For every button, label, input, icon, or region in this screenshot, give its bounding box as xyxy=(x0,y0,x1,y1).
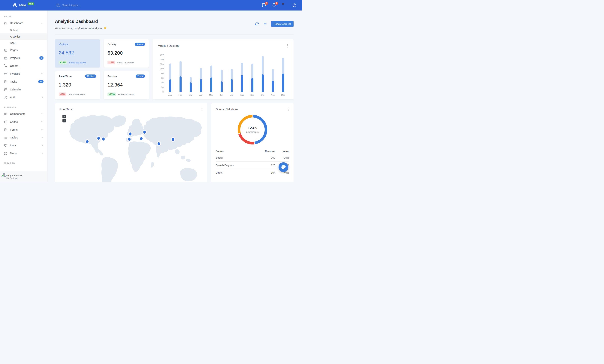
sidebar-item-pages[interactable]: Pages xyxy=(0,46,47,54)
stat-title: Visitors xyxy=(59,43,68,46)
stat-value: 24.532 xyxy=(59,50,96,56)
donut-center-label: new visitors xyxy=(246,131,258,133)
source-cell: Direct xyxy=(216,169,254,176)
bar-sep xyxy=(251,63,253,92)
bar-oct xyxy=(262,56,264,92)
map-marker-1[interactable] xyxy=(86,140,88,143)
cart-icon xyxy=(4,64,7,68)
sidebar-section-mira-pro: MIRA PRO xyxy=(0,157,47,166)
sidebar-section-elements: ELEMENTS xyxy=(0,101,47,110)
bar-feb xyxy=(179,61,182,92)
stat-card-real-time: Real-TimeMonthly1.320-18%Since last week xyxy=(55,71,100,100)
y-axis-tick: 120 xyxy=(158,63,164,65)
stat-card-visitors: Visitors24.532+14%Since last week xyxy=(55,39,100,68)
palette-icon xyxy=(281,165,286,170)
sidebar-badge: 17 xyxy=(38,80,44,83)
sidebar-item-charts[interactable]: Charts xyxy=(0,118,47,126)
source-cell: Search Engines xyxy=(216,162,254,169)
bar-aug xyxy=(241,63,243,92)
map-marker-8[interactable] xyxy=(158,142,160,145)
stat-delta-badge: -18% xyxy=(59,92,66,96)
stat-card-activity: ActivityAnnual63.200-12%Since last week xyxy=(104,39,149,68)
donut-center-value: +23% xyxy=(248,126,257,130)
stat-period-badge: Monthly xyxy=(85,75,96,78)
source-table: SourceRevenueValue Social260+35%Search E… xyxy=(216,148,289,176)
map-marker-4[interactable] xyxy=(129,132,131,136)
page-title: Analytics Dashboard xyxy=(55,19,107,24)
search-input[interactable] xyxy=(62,4,107,7)
user-name: Lucy Lavender xyxy=(6,174,23,177)
stat-title: Bounce xyxy=(107,75,117,78)
chevron-down-icon xyxy=(41,152,44,155)
y-axis-tick: 80 xyxy=(158,72,164,75)
realtime-map-title: Real-Time xyxy=(60,108,73,111)
theme-settings-fab[interactable] xyxy=(278,162,288,172)
map-marker-2[interactable] xyxy=(97,137,100,140)
source-table-row-direct: Direct164+46% xyxy=(216,169,289,176)
sidebar-subitem-saas[interactable]: SaaS xyxy=(0,40,47,46)
header-divider xyxy=(55,35,294,35)
map-zoom-out-button[interactable]: − xyxy=(63,119,66,122)
brand[interactable]: Mira PRO xyxy=(13,3,34,8)
y-axis-tick: 160 xyxy=(158,54,164,56)
logout-button[interactable] xyxy=(292,3,297,8)
realtime-map-menu-button[interactable] xyxy=(201,107,203,112)
list-icon xyxy=(4,136,7,139)
navbar-search xyxy=(56,4,107,7)
map-marker-5[interactable] xyxy=(128,138,131,141)
map-marker-9[interactable] xyxy=(172,138,174,141)
filter-button[interactable] xyxy=(263,22,267,26)
refresh-button[interactable] xyxy=(255,22,259,26)
sidebar-section-pages: PAGES xyxy=(0,11,47,19)
date-range-button[interactable]: Today: April 29 xyxy=(271,21,294,27)
bar-apr xyxy=(200,68,202,92)
map-zoom-in-button[interactable]: + xyxy=(63,115,66,118)
map-marker-3[interactable] xyxy=(102,138,105,140)
sidebar-item-auth[interactable]: Auth xyxy=(0,93,47,101)
navbar-actions: 3 7 xyxy=(262,3,302,8)
sidebar-item-orders[interactable]: Orders xyxy=(0,62,47,70)
y-axis-tick: 0 xyxy=(158,91,164,93)
stat-delta-badge: -12% xyxy=(107,61,115,64)
chevron-down-icon xyxy=(41,120,44,123)
heart-icon xyxy=(4,144,7,147)
pie-chart-icon xyxy=(4,120,7,124)
map-marker-6[interactable] xyxy=(143,131,146,134)
chevron-down-icon xyxy=(41,96,44,99)
sidebar-item-invoices[interactable]: Invoices xyxy=(0,70,47,78)
stat-card-bounce: BounceYearly12.364+27%Since last week xyxy=(104,71,149,100)
stat-title: Real-Time xyxy=(59,75,72,78)
sidebar-user-footer[interactable]: Lucy Lavender UX Designer xyxy=(0,171,47,182)
sidebar-item-calendar[interactable]: Calendar xyxy=(0,86,47,93)
grid-icon xyxy=(4,113,7,116)
chevron-down-icon xyxy=(41,136,44,139)
sidebar-item-maps[interactable]: Maps xyxy=(0,149,47,157)
sidebar-item-components[interactable]: Components xyxy=(0,110,47,118)
sidebar-item-forms[interactable]: Forms xyxy=(0,126,47,134)
sidebar-item-dashboard[interactable]: Dashboard xyxy=(0,19,47,27)
y-axis-tick: 60 xyxy=(158,77,164,79)
chevron-down-icon xyxy=(41,144,44,147)
sidebar-subitem-default[interactable]: Default xyxy=(0,27,47,33)
bar-chart-x-labels: JanFebMarAprMayJunJulAugSepOctNovDec xyxy=(165,94,288,96)
sidebar-badge: 8 xyxy=(39,56,44,60)
sidebar-subitem-analytics[interactable]: Analytics xyxy=(0,33,47,40)
sidebar-item-projects[interactable]: Projects8 xyxy=(0,54,47,62)
stat-note: Since last week xyxy=(118,93,135,96)
notifications-button[interactable]: 7 xyxy=(272,3,277,8)
traffic-chart-menu-button[interactable] xyxy=(286,44,288,48)
bar-jul xyxy=(231,69,233,92)
messages-button[interactable]: 3 xyxy=(262,3,266,8)
y-axis-tick: 140 xyxy=(158,58,164,61)
welcome-message: Welcome back, Lucy! We've missed you. xyxy=(55,26,107,30)
map-marker-7[interactable] xyxy=(140,137,143,140)
source-medium-menu-button[interactable] xyxy=(287,107,289,112)
language-button[interactable] xyxy=(282,3,287,8)
user-role: UX Designer xyxy=(6,177,23,179)
sidebar-item-icons[interactable]: Icons xyxy=(0,141,47,149)
sidebar-item-tasks[interactable]: Tasks17 xyxy=(0,78,47,86)
filter-icon xyxy=(263,22,267,26)
sidebar-item-tables[interactable]: Tables xyxy=(0,134,47,141)
waving-hand-icon xyxy=(103,26,107,30)
bar-nov xyxy=(272,69,274,92)
